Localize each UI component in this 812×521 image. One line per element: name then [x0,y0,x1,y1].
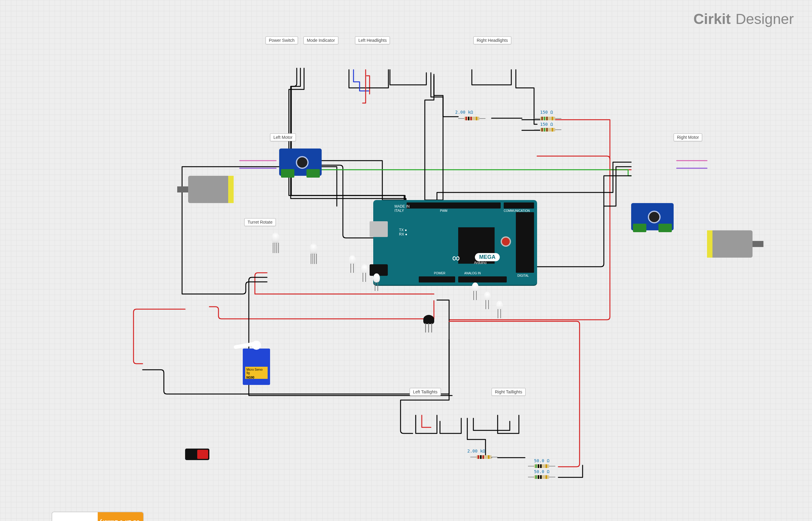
left-motor-driver[interactable] [279,149,322,176]
arduino-power: POWER [434,272,445,275]
arduino-mega-badge: MEGA [475,253,500,261]
resistor-value-2: 150 Ω [540,110,553,115]
servo-line1: Micro Servo [247,368,266,371]
arduino-italy: ITALY [394,208,404,213]
arduino-comm: COMMUNICATION [504,209,530,212]
label-left-headlights[interactable]: Left Headlights [355,37,390,44]
left-headlight-3[interactable] [373,273,380,282]
motor-shaft-icon [177,186,188,192]
arduino-brand: Arduino [474,260,486,265]
resistor-value-6: 50.0 Ω [534,469,550,474]
resistor-value-1: 2.00 kΩ [455,110,473,115]
label-left-taillights[interactable]: Left Taillights [410,388,441,396]
arduino-mega[interactable]: MADE IN ITALY TX ● RX ● POWER ANALOG IN … [373,200,537,285]
arduino-made-in: MADE IN [394,204,410,208]
mode-indicator-led[interactable] [309,243,317,254]
resistor-2k-bottom[interactable] [470,455,498,459]
power-rocker-switch[interactable] [185,449,209,460]
label-mode-indicator[interactable]: Mode Indicator [303,37,338,44]
resistor-50-b[interactable] [528,475,555,479]
resistor-value-4: 2.00 kΩ [467,449,485,453]
label-power-switch[interactable]: Power Switch [265,37,298,44]
right-headlight-2[interactable] [484,292,491,301]
barrel-jack-icon [369,264,388,276]
resistor-value-3: 150 Ω [540,122,553,127]
arduino-infinity: ∞ [452,252,460,264]
label-right-headlights[interactable]: Right Headlights [473,37,511,44]
header-power [419,276,455,282]
resistor-150-a[interactable] [534,117,561,120]
header-top-left [407,202,501,208]
left-dc-motor[interactable] [188,176,234,203]
right-headlight-3[interactable] [496,301,503,310]
resistor-value-5: 50.0 Ω [534,458,550,463]
driver-terminal-icon [633,224,646,232]
servo-line3: NG90 [247,376,266,379]
lipo-battery[interactable]: 3S LiPo Battery [51,512,144,521]
power-switch-led[interactable] [272,232,279,243]
driver-terminal-icon [306,169,320,178]
resistor-50-a[interactable] [528,464,555,468]
right-headlight-1[interactable] [472,282,478,292]
driver-terminal-icon [281,169,294,178]
reset-button-icon [501,236,511,247]
driver-ic-icon [648,211,661,223]
resistor-2k-top[interactable] [458,117,486,120]
label-left-motor[interactable]: Left Motor [270,133,296,141]
servo-sticker: Micro Servo 9g NG90 [245,367,268,379]
label-right-taillights[interactable]: Right Taillights [492,388,526,396]
label-turret-rotate[interactable]: Turret Rotate [244,218,276,226]
header-top-right [504,202,534,208]
motor-endcap-icon [228,176,234,203]
driver-terminal-icon [659,224,672,232]
turret-servo[interactable]: Micro Servo 9g NG90 [243,348,270,385]
arduino-digital: DIGITAL [517,274,529,277]
label-right-motor[interactable]: Right Motor [674,133,702,141]
right-dc-motor[interactable] [707,230,752,257]
headlight-transistor[interactable] [423,315,434,324]
servo-line2: 9g [247,371,266,375]
arduino-rx: RX ● [399,232,407,236]
right-motor-driver[interactable] [631,203,674,230]
driver-ic-icon [296,156,308,169]
arduino-analog: ANALOG IN [464,272,480,275]
motor-shaft-icon [752,241,764,247]
left-headlight-1[interactable] [349,255,356,264]
header-analog [458,276,507,282]
rocker-on-icon [197,450,208,459]
usb-port-icon [369,221,388,237]
motor-endcap-icon [707,230,712,257]
header-double-right [516,212,534,273]
servo-hub-icon [252,341,261,350]
arduino-tx: TX ● [399,228,407,232]
left-headlight-2[interactable] [361,264,368,273]
resistor-150-b[interactable] [534,128,561,132]
battery-text: 3S LiPo Battery [99,519,140,521]
arduino-pwm: PWM [440,209,447,212]
